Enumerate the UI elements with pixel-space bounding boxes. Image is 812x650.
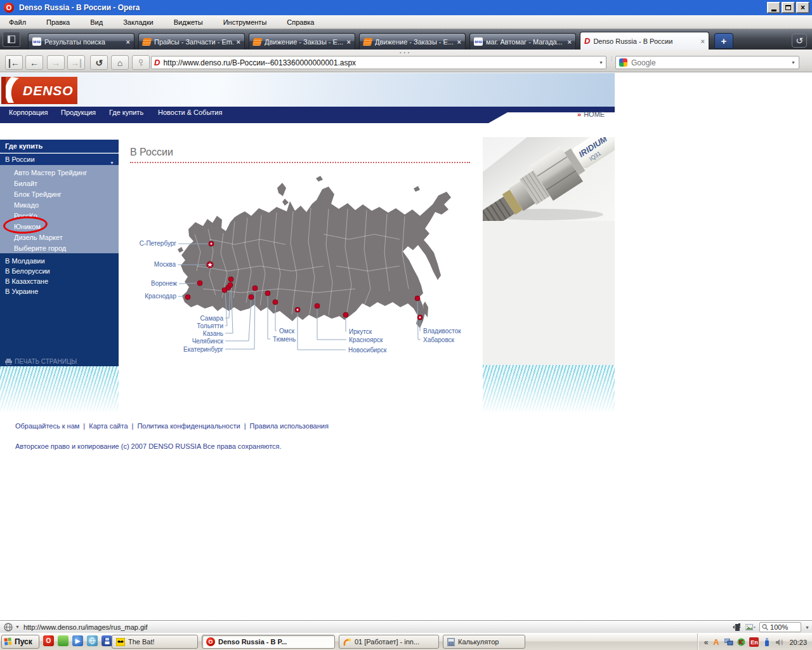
nav-where-to-buy[interactable]: Где купить [109,109,143,116]
home-link[interactable]: » HOME [577,110,605,118]
sidebar-item-belarus[interactable]: В Белоруссии [0,266,119,276]
globe-browser-icon[interactable] [87,635,98,646]
city-label: Владивосток [423,328,461,335]
menu-tools[interactable]: Инструменты [221,17,270,27]
tab-prices[interactable]: Прайсы - Запчасти - Em... × [138,33,245,50]
sidebar-item-avto-master[interactable]: Авто Мастер Трейдинг [0,168,119,178]
media-player-icon[interactable]: ▶ [72,635,83,646]
sidebar-item-blok-trading[interactable]: Блок Трейдинг [0,189,119,200]
menu-widgets[interactable]: Виджеты [171,17,206,27]
back-button[interactable]: ← [25,55,43,70]
closed-tabs-button[interactable]: ↺ [792,34,807,48]
island-wrangel [414,186,420,192]
denso-logo[interactable]: DENSO [1,77,77,104]
menu-edit[interactable]: Правка [44,17,72,27]
url-input[interactable] [163,58,596,67]
russia-map[interactable]: С-Петербург Москва Воронеж Краснодар Сам… [127,171,469,361]
nav-products[interactable]: Продукция [61,109,96,116]
minimize-button[interactable] [767,2,780,13]
tab-denso-active[interactable]: D Denso Russia - В России × [580,32,709,50]
search-input[interactable] [631,58,787,67]
green-app-icon[interactable] [58,635,69,646]
network-tray-icon[interactable] [724,637,733,647]
tab-search-results[interactable]: M49 Результаты поиска × [28,33,134,50]
menu-view[interactable]: Вид [88,17,105,27]
toolbar-handle[interactable]: • • • [400,50,410,55]
taskbar-window-thebat[interactable]: The Bat! [112,635,198,649]
search-box[interactable]: ▼ [615,56,799,69]
taskbar-window-denso-active[interactable]: O Denso Russia - В Р... [202,635,335,649]
sidebar-item-moldova[interactable]: В Молдавии [0,256,119,266]
footer-link-terms[interactable]: Правила использования [250,422,329,430]
sidebar-item-mikado[interactable]: Микадо [0,200,119,211]
password-key-button[interactable] [132,55,150,70]
footer-link-sitemap[interactable]: Карта сайта [89,422,128,430]
nav-corporation[interactable]: Корпорация [9,109,48,116]
sidebar-item-ukraine[interactable]: В Украине [0,286,119,296]
reload-button[interactable]: ↺ [90,55,108,70]
quick-launch: O ▶ » [43,635,120,646]
sidebar-item-russia[interactable]: В России ▼ [0,154,119,165]
tab-orders-1[interactable]: Движение - Заказы - Е... × [249,33,355,50]
fast-forward-button[interactable]: →| [67,55,85,70]
separator: | [132,422,134,430]
print-page-link[interactable]: ПЕЧАТЬ СТРАНИЦЫ [5,358,77,365]
volume-tray-icon[interactable] [775,637,784,647]
start-button[interactable]: Пуск [1,635,39,649]
opera-icon: O [206,637,215,646]
taskbar-window-1c[interactable]: 01 [Работает] - inn... [339,635,439,649]
menu-file[interactable]: Файл [6,17,29,27]
footer-link-contact[interactable]: Обращайтесь к нам [15,422,79,430]
floppy-save-icon[interactable] [102,635,112,646]
fit-width-icon[interactable] [731,623,742,632]
new-tab-button[interactable]: + [714,33,733,49]
zoom-control[interactable]: 100% [759,622,801,632]
sidebar-item-bilayt[interactable]: Билайт [0,178,119,189]
tab-label: Движение - Заказы - Е... [375,38,454,46]
restore-button[interactable] [782,2,795,13]
menu-help[interactable]: Справка [284,17,317,27]
zoom-dropdown-icon[interactable]: ▼ [805,625,809,630]
image-toggle-icon[interactable] [745,623,756,632]
sidebar-header: Где купить [0,140,119,153]
taskbar-window-calculator[interactable]: Калькулятор [443,635,525,649]
nav-news[interactable]: Новости & События [158,109,222,116]
field-separator-handle[interactable]: ⋮ [609,57,613,60]
tab-label: Движение - Заказы - Е... [265,38,344,46]
sidebar-item-choose-city[interactable]: Выберите город [0,243,119,254]
tab-close-icon[interactable]: × [457,38,461,46]
island-novaya-zemlya [277,183,286,196]
opera-quicklaunch-icon[interactable]: O [43,635,54,646]
tab-avtomag[interactable]: M49 маг. Автомаг - Магада... × [469,33,576,50]
antivirus-tray-icon[interactable] [737,637,746,647]
copyright-text: Авторское право и копирование (c) 2007 D… [15,442,282,450]
language-indicator[interactable]: En [749,637,759,647]
start-label: Пуск [15,637,32,646]
search-engine-dropdown-icon[interactable]: ▼ [791,60,796,65]
city-label: Самара [200,315,224,322]
footer-link-privacy[interactable]: Политика конфиденциальности [137,422,240,430]
close-button[interactable]: × [796,2,809,13]
home-link-label: HOME [584,110,605,118]
rewind-button[interactable]: |← [5,55,23,70]
menu-bookmarks[interactable]: Закладки [121,17,156,27]
url-bar[interactable]: D ▼ [151,56,606,69]
tab-close-icon[interactable]: × [347,38,351,46]
tray-collapse-icon[interactable]: « [704,638,709,647]
tab-close-icon[interactable]: × [701,37,705,45]
forward-button[interactable]: → [47,55,65,70]
home-button[interactable]: ⌂ [111,55,129,70]
sidebar-item-diesel-market[interactable]: Дизель Маркет [0,232,119,243]
anvir-tray-icon[interactable]: A [711,637,721,647]
panels-toggle-button[interactable] [3,32,20,47]
tab-close-icon[interactable]: × [126,38,130,46]
tab-close-icon[interactable]: × [568,38,572,46]
usb-tray-icon[interactable] [762,637,771,647]
tab-orders-2[interactable]: Движение - Заказы - Е... × [359,33,466,50]
taskbar-clock[interactable]: 20:23 [789,639,807,646]
sidebar-item-kazakhstan[interactable]: В Казахстане [0,276,119,286]
url-dropdown-icon[interactable]: ▼ [599,60,603,65]
status-dropdown-icon[interactable]: ▼ [15,625,20,629]
tab-close-icon[interactable]: × [237,38,240,46]
city-label: Красноярск [349,336,383,343]
